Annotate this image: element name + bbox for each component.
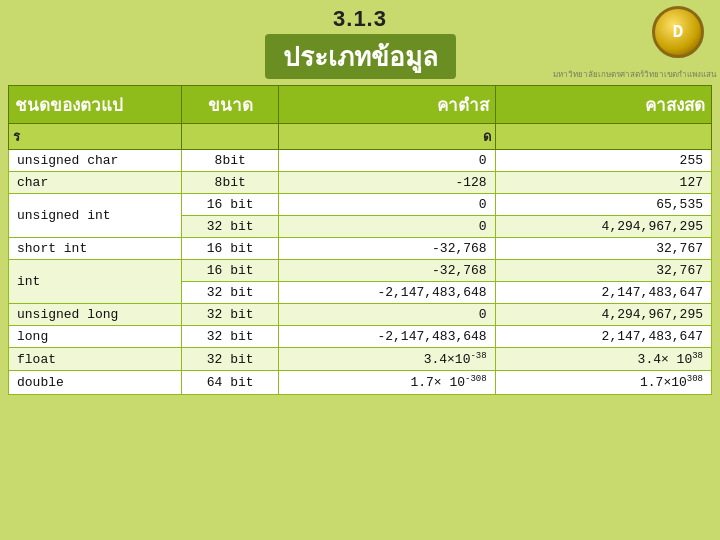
cell-type: long	[9, 326, 182, 348]
table-row: short int 16 bit -32,768 32,767	[9, 238, 712, 260]
superscript-max: 38	[692, 351, 703, 361]
cell-size: 8bit	[182, 172, 279, 194]
superscript-min: -38	[470, 351, 486, 361]
table-row: unsigned long 32 bit 0 4,294,967,295	[9, 304, 712, 326]
cell-type: short int	[9, 238, 182, 260]
table-row: long 32 bit -2,147,483,648 2,147,483,647	[9, 326, 712, 348]
table-row: float 32 bit 3.4×10-38 3.4× 1038	[9, 348, 712, 371]
cell-size: 32 bit	[182, 348, 279, 371]
table-row: int 16 bit -32,768 32,767	[9, 260, 712, 282]
cell-max: 1.7×10308	[495, 371, 711, 394]
cell-min: 0	[279, 194, 495, 216]
cell-min: 3.4×10-38	[279, 348, 495, 371]
cell-size: 32 bit	[182, 282, 279, 304]
cell-type: char	[9, 172, 182, 194]
superscript-max: 308	[687, 374, 703, 384]
cell-min: -32,768	[279, 238, 495, 260]
data-table: ชนดของตวแป ขนาด คาตำส คาสงสด ร ด unsigne…	[8, 85, 712, 395]
cell-max: 255	[495, 150, 711, 172]
cell-max: 2,147,483,647	[495, 326, 711, 348]
cell-size: 8bit	[182, 150, 279, 172]
cell-min: 0	[279, 216, 495, 238]
table-row: double 64 bit 1.7× 10-308 1.7×10308	[9, 371, 712, 394]
superscript-min: -308	[465, 374, 487, 384]
watermark: มหาวิทยาลัยเกษตรศาสตร์วิทยาเขตกำแพงแสน	[549, 68, 720, 81]
cell-type: int	[9, 260, 182, 304]
table-wrapper: ชนดของตวแป ขนาด คาตำส คาสงสด ร ด unsigne…	[0, 81, 720, 540]
cell-size: 16 bit	[182, 238, 279, 260]
col-header-max: คาสงสด	[495, 86, 711, 124]
col-subheader-max	[495, 124, 711, 150]
col-header-min: คาตำส	[279, 86, 495, 124]
cell-max: 3.4× 1038	[495, 348, 711, 371]
cell-type: float	[9, 348, 182, 371]
table-row: char 8bit -128 127	[9, 172, 712, 194]
col-subheader-type: ร	[9, 124, 182, 150]
header: 3.1.3 ประเภทข้อมูล D มหาวิทยาลัยเกษตรศาส…	[0, 0, 720, 81]
cell-min: 0	[279, 304, 495, 326]
title-thai: ประเภทข้อมูล	[265, 34, 456, 79]
cell-max: 32,767	[495, 260, 711, 282]
cell-min: -2,147,483,648	[279, 282, 495, 304]
cell-size: 32 bit	[182, 304, 279, 326]
cell-type: unsigned long	[9, 304, 182, 326]
cell-min: -2,147,483,648	[279, 326, 495, 348]
title-top: 3.1.3	[0, 6, 720, 32]
cell-size: 64 bit	[182, 371, 279, 394]
cell-max: 4,294,967,295	[495, 304, 711, 326]
cell-max: 127	[495, 172, 711, 194]
cell-min: 0	[279, 150, 495, 172]
col-header-type: ชนดของตวแป	[9, 86, 182, 124]
cell-size: 16 bit	[182, 260, 279, 282]
page: 3.1.3 ประเภทข้อมูล D มหาวิทยาลัยเกษตรศาส…	[0, 0, 720, 540]
cell-type: double	[9, 371, 182, 394]
col-header-size: ขนาด	[182, 86, 279, 124]
col-subheader-size	[182, 124, 279, 150]
cell-size: 32 bit	[182, 216, 279, 238]
cell-type: unsigned int	[9, 194, 182, 238]
cell-size: 16 bit	[182, 194, 279, 216]
cell-max: 32,767	[495, 238, 711, 260]
cell-min: 1.7× 10-308	[279, 371, 495, 394]
cell-max: 65,535	[495, 194, 711, 216]
cell-size: 32 bit	[182, 326, 279, 348]
cell-max: 4,294,967,295	[495, 216, 711, 238]
col-subheader-min: ด	[279, 124, 495, 150]
cell-max: 2,147,483,647	[495, 282, 711, 304]
table-row: unsigned char 8bit 0 255	[9, 150, 712, 172]
logo: D	[652, 6, 704, 58]
table-row: unsigned int 16 bit 0 65,535	[9, 194, 712, 216]
cell-type: unsigned char	[9, 150, 182, 172]
cell-min: -32,768	[279, 260, 495, 282]
cell-min: -128	[279, 172, 495, 194]
